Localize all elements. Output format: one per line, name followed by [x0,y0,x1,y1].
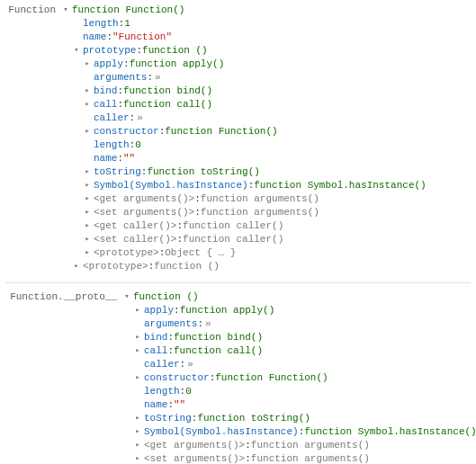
property-value: function bind() [174,331,263,344]
tree-row[interactable]: ▸bind: function bind() [61,85,427,98]
tree-row[interactable]: ▸arguments: » [61,71,427,85]
twist-icon[interactable]: ▸ [133,455,142,464]
property-key: caller [144,358,180,371]
tree-row[interactable]: ▸call: function call() [122,344,476,358]
twist-icon[interactable]: ▸ [83,128,92,137]
property-key: <set arguments()> [144,452,245,464]
property-value: 0 [185,385,192,398]
tree-row[interactable]: ▸apply: function apply() [122,304,476,317]
property-key: length [94,138,130,152]
property-value: function Symbol.hasInstance() [304,425,476,439]
key-value-separator: : [245,439,251,452]
twist-icon[interactable]: ▸ [83,236,92,245]
tree-row[interactable]: ▸apply: function apply() [61,58,427,71]
object-tree: ▾function Function()▸length: 1▸name: "Fu… [61,4,427,273]
tree-row[interactable]: ▸arguments: » [122,317,476,331]
key-value-separator: : [159,125,166,138]
property-value: function apply() [130,58,225,71]
property-value: » [203,317,211,331]
tree-row[interactable]: ▸toString: function toString() [122,412,476,425]
tree-row[interactable]: ▸Symbol(Symbol.hasInstance): function Sy… [122,425,476,439]
tree-row[interactable]: ▸<set arguments()>: function arguments() [61,206,427,219]
property-value: function call() [174,344,263,358]
section-divider [5,282,471,283]
twist-icon[interactable]: ▸ [133,374,142,383]
property-key: toString [144,412,192,425]
twist-icon[interactable]: ▸ [83,249,92,258]
tree-row[interactable]: ▸length: 0 [61,138,427,152]
tree-row[interactable]: ▸<get caller()>: function caller() [61,219,427,233]
property-value: function caller() [183,233,283,246]
twist-icon[interactable]: ▾ [122,293,131,302]
key-value-separator: : [210,371,216,385]
tree-row[interactable]: ▸toString: function toString() [61,165,427,179]
key-value-separator: : [192,412,198,425]
twist-icon[interactable]: ▸ [133,415,142,424]
twist-icon[interactable]: ▸ [83,168,92,177]
property-key: <set arguments()> [94,206,194,219]
property-value: function arguments() [251,439,370,452]
tree-row[interactable]: ▸length: 0 [122,385,476,398]
tree-row[interactable]: ▸name: "" [122,398,476,412]
tree-row[interactable]: ▸Symbol(Symbol.hasInstance): function Sy… [61,179,427,192]
tree-row[interactable]: ▸call: function call() [61,98,427,112]
tree-row[interactable]: ▸constructor: function Function() [122,371,476,385]
key-value-separator: : [180,358,186,371]
tree-row[interactable]: ▸constructor: function Function() [61,125,427,138]
property-key: constructor [144,371,210,385]
tree-row[interactable]: ▸length: 1 [61,17,427,31]
twist-icon[interactable]: ▸ [133,307,142,316]
twist-icon[interactable]: ▸ [83,222,92,231]
property-key: <prototype> [94,246,159,260]
tree-row[interactable]: ▸caller: » [122,358,476,371]
twist-icon[interactable]: ▸ [83,87,92,96]
twist-icon[interactable]: ▸ [133,347,142,356]
tree-row[interactable]: ▸<set arguments()>: function arguments() [122,452,476,464]
key-value-separator: : [117,85,123,98]
property-value: Object { … } [165,246,236,260]
property-key: apply [144,304,174,317]
twist-icon[interactable]: ▸ [83,60,92,69]
property-value: function toString() [147,165,259,179]
key-value-separator: : [174,304,180,317]
property-key: <get arguments()> [94,192,194,206]
object-tree: ▾function ()▸apply: function apply()▸arg… [122,290,476,464]
tree-row[interactable]: ▸<prototype>: function () [61,260,427,273]
property-key: apply [94,58,123,71]
key-value-separator: : [194,192,201,206]
property-value: function Function() [215,371,328,385]
twist-icon[interactable]: ▸ [72,263,81,272]
tree-row[interactable]: ▸name: "" [61,152,427,165]
property-key: call [144,344,167,358]
property-key: name [144,398,167,412]
tree-row[interactable]: ▸bind: function bind() [122,331,476,344]
property-key: Symbol(Symbol.hasInstance) [144,425,299,439]
tree-row[interactable]: ▸<prototype>: Object { … } [61,246,427,260]
key-value-separator: : [148,260,155,273]
property-value: function () [154,260,220,273]
property-key: bind [94,85,117,98]
twist-icon[interactable]: ▸ [133,334,142,343]
tree-row[interactable]: ▾prototype: function () [61,44,427,58]
twist-icon[interactable]: ▾ [72,47,81,56]
property-key: length [83,17,119,31]
tree-row-root[interactable]: ▾function () [122,290,476,304]
tree-row[interactable]: ▸caller: » [61,112,427,125]
key-value-separator: : [197,317,203,331]
key-value-separator: : [245,452,251,464]
tree-row-root[interactable]: ▾function Function() [61,4,427,17]
twist-icon[interactable]: ▸ [83,195,92,204]
tree-row[interactable]: ▸<get arguments()>: function arguments() [61,192,427,206]
twist-icon[interactable]: ▸ [83,209,92,218]
tree-row[interactable]: ▸<get arguments()>: function arguments() [122,439,476,452]
tree-row[interactable]: ▸name: "Function" [61,31,427,44]
property-value: » [153,71,161,85]
tree-row[interactable]: ▸<set caller()>: function caller() [61,233,427,246]
property-key: Symbol(Symbol.hasInstance) [94,179,248,192]
twist-icon[interactable]: ▸ [133,442,142,451]
twist-icon[interactable]: ▸ [133,428,142,437]
key-value-separator: : [176,219,183,233]
twist-icon[interactable]: ▾ [61,6,70,15]
twist-icon[interactable]: ▸ [83,182,92,191]
twist-icon[interactable]: ▸ [83,101,92,110]
